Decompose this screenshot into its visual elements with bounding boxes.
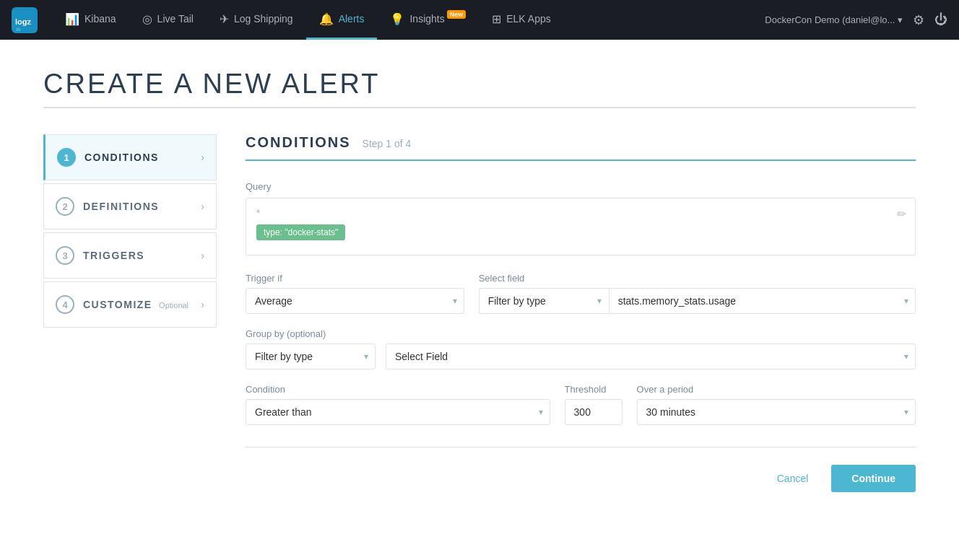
page-container: CREATE A NEW ALERT 1 CONDITIONS › 2 DEFI…	[0, 40, 959, 560]
condition-group: Condition Greater than Less than Equal t…	[246, 384, 550, 425]
over-period-select-wrapper: 5 minutes 10 minutes 15 minutes 30 minut…	[637, 399, 916, 425]
step-conditions-label: CONDITIONS	[84, 152, 159, 163]
group-by-field-select[interactable]: Select Field	[386, 344, 916, 369]
page-title: CREATE A NEW ALERT	[43, 69, 916, 100]
nav-insights[interactable]: 💡 Insights New	[377, 0, 479, 40]
form-divider	[246, 159, 916, 161]
over-period-group: Over a period 5 minutes 10 minutes 15 mi…	[637, 384, 916, 425]
select-field-group-wrapper: Select field Filter by type ▾ stats.memo…	[479, 273, 916, 314]
nav-livetail[interactable]: ◎ Live Tail	[129, 0, 207, 40]
over-period-label: Over a period	[637, 384, 916, 395]
condition-select-wrapper: Greater than Less than Equal to Not equa…	[246, 399, 550, 425]
insights-icon: 💡	[390, 12, 404, 26]
trigger-if-select[interactable]: Average Sum Min Max Count	[246, 288, 464, 314]
step-conditions-chevron: ›	[201, 152, 204, 163]
step-definitions-label: DEFINITIONS	[83, 201, 159, 212]
condition-select[interactable]: Greater than Less than Equal to Not equa…	[246, 399, 550, 425]
trigger-if-group: Trigger if Average Sum Min Max Count ▾	[246, 273, 464, 314]
user-label: DockerCon Demo (daniel@lo... ▾	[765, 14, 903, 25]
navbar-right: DockerCon Demo (daniel@lo... ▾ ⚙ ⏻	[765, 12, 947, 28]
condition-label: Condition	[246, 384, 550, 395]
nav-elkapps[interactable]: ⊞ ELK Apps	[479, 0, 564, 40]
step-definitions-number: 2	[56, 197, 74, 216]
query-label: Query	[246, 181, 916, 192]
trigger-if-label: Trigger if	[246, 273, 464, 284]
query-star: *	[256, 207, 886, 219]
logshipping-icon: ✈	[220, 12, 229, 26]
continue-button[interactable]: Continue	[831, 465, 916, 492]
group-by-group: Group by (optional) Filter by type ▾ Sel…	[246, 328, 916, 369]
query-box[interactable]: * type: "docker-stats" ✏	[246, 198, 916, 255]
kibana-icon: 📊	[65, 12, 79, 26]
form-bottom-divider	[246, 447, 916, 447]
query-edit-icon[interactable]: ✏	[897, 207, 906, 221]
nav-items: 📊 Kibana ◎ Live Tail ✈ Log Shipping 🔔 Al…	[52, 0, 765, 40]
threshold-group: Threshold	[565, 384, 622, 425]
step-customize-chevron: ›	[201, 299, 204, 310]
alerts-icon: 🔔	[319, 12, 334, 26]
nav-logshipping-label: Log Shipping	[234, 13, 293, 25]
group-by-row: Group by (optional) Filter by type ▾ Sel…	[246, 328, 916, 369]
step-customize-label: CUSTOMIZE Optional	[83, 299, 188, 310]
cancel-button[interactable]: Cancel	[764, 465, 822, 491]
group-by-label: Group by (optional)	[246, 328, 916, 339]
group-by-type-wrapper: Filter by type ▾	[246, 344, 376, 369]
elkapps-icon: ⊞	[492, 12, 501, 26]
group-by-selects: Filter by type ▾ Select Field ▾	[246, 344, 916, 369]
svg-text:logz: logz	[15, 17, 31, 26]
step-triggers-number: 3	[56, 246, 74, 265]
step-customize-left: 4 CUSTOMIZE Optional	[56, 295, 188, 314]
step-definitions[interactable]: 2 DEFINITIONS ›	[43, 183, 217, 229]
form-actions: Cancel Continue	[246, 465, 916, 492]
nav-alerts-label: Alerts	[339, 13, 365, 25]
threshold-label: Threshold	[565, 384, 622, 395]
step-triggers-chevron: ›	[201, 250, 204, 261]
step-triggers-left: 3 TRIGGERS	[56, 246, 144, 265]
threshold-input[interactable]	[565, 399, 622, 425]
select-field-group: Filter by type ▾ stats.memory_stats.usag…	[479, 288, 916, 314]
nav-livetail-label: Live Tail	[157, 13, 194, 25]
svg-text:.io: .io	[15, 27, 21, 32]
group-by-field-wrapper: Select Field ▾	[386, 344, 916, 369]
form-title: CONDITIONS	[246, 134, 351, 151]
field-name-select[interactable]: stats.memory_stats.usage	[609, 288, 916, 314]
group-by-type-select[interactable]: Filter by type	[246, 344, 376, 369]
logout-icon[interactable]: ⏻	[934, 12, 947, 27]
select-field-label: Select field	[479, 273, 916, 284]
livetail-icon: ◎	[142, 12, 152, 26]
step-triggers[interactable]: 3 TRIGGERS ›	[43, 232, 217, 279]
trigger-field-row: Trigger if Average Sum Min Max Count ▾ S…	[246, 273, 916, 314]
nav-insights-label: Insights	[409, 13, 444, 25]
navbar-user[interactable]: DockerCon Demo (daniel@lo... ▾	[765, 14, 903, 25]
step-definitions-chevron: ›	[201, 201, 204, 212]
field-name-select-wrapper: stats.memory_stats.usage ▾	[609, 288, 916, 314]
step-conditions[interactable]: 1 CONDITIONS ›	[43, 134, 217, 180]
step-triggers-label: TRIGGERS	[83, 250, 144, 261]
form-step-label: Step 1 of 4	[363, 138, 412, 149]
steps-sidebar: 1 CONDITIONS › 2 DEFINITIONS › 3 TRIGGER…	[43, 134, 217, 331]
form-header: CONDITIONS Step 1 of 4	[246, 134, 916, 151]
form-panel: CONDITIONS Step 1 of 4 Query * type: "do…	[246, 134, 916, 492]
query-tag: type: "docker-stats"	[256, 224, 345, 240]
step-customize-number: 4	[56, 295, 74, 314]
page-divider	[43, 107, 916, 108]
condition-row: Condition Greater than Less than Equal t…	[246, 384, 916, 425]
logo[interactable]: logz .io	[12, 7, 38, 33]
content-layout: 1 CONDITIONS › 2 DEFINITIONS › 3 TRIGGER…	[43, 134, 916, 492]
navbar: logz .io 📊 Kibana ◎ Live Tail ✈ Log Ship…	[0, 0, 959, 40]
nav-kibana[interactable]: 📊 Kibana	[52, 0, 129, 40]
step-definitions-left: 2 DEFINITIONS	[56, 197, 159, 216]
filter-type-select-wrapper: Filter by type ▾	[479, 288, 609, 314]
filter-type-select[interactable]: Filter by type	[479, 288, 609, 314]
trigger-if-select-wrapper: Average Sum Min Max Count ▾	[246, 288, 464, 314]
settings-icon[interactable]: ⚙	[913, 12, 924, 28]
step-conditions-number: 1	[57, 148, 76, 167]
nav-elkapps-label: ELK Apps	[506, 13, 551, 25]
nav-logshipping[interactable]: ✈ Log Shipping	[207, 0, 306, 40]
logo-icon: logz .io	[12, 7, 38, 33]
nav-kibana-label: Kibana	[84, 13, 116, 25]
nav-alerts[interactable]: 🔔 Alerts	[306, 0, 378, 40]
over-period-select[interactable]: 5 minutes 10 minutes 15 minutes 30 minut…	[637, 399, 916, 425]
step-customize[interactable]: 4 CUSTOMIZE Optional ›	[43, 281, 217, 328]
query-section: Query * type: "docker-stats" ✏	[246, 181, 916, 255]
